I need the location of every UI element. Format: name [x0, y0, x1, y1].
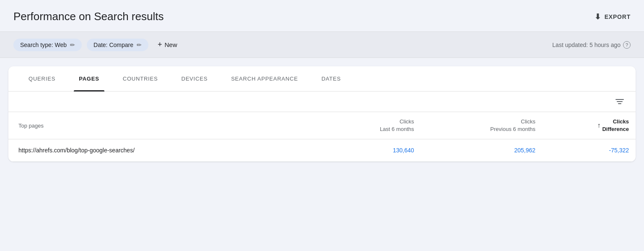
edit-icon: ✏ [70, 42, 75, 48]
date-compare-label: Date: Compare [93, 42, 133, 48]
filter-line-3 [618, 103, 621, 104]
edit-icon-date: ✏ [137, 42, 142, 48]
cell-clicks-prev: 205,962 [421, 139, 542, 162]
col-header-clicks-diff: ↑ Clicks Difference [542, 112, 636, 139]
tab-dates[interactable]: DATES [310, 66, 353, 91]
clicks-prev-link[interactable]: 205,962 [514, 147, 535, 154]
main-card: QUERIES PAGES COUNTRIES DEVICES SEARCH A… [8, 66, 636, 162]
filter-line-1 [615, 99, 624, 100]
tab-queries[interactable]: QUERIES [17, 66, 67, 91]
cell-clicks-last: 130,640 [322, 139, 421, 162]
col-header-clicks-prev: Clicks Previous 6 months [421, 112, 542, 139]
tab-search-appearance[interactable]: SEARCH APPEARANCE [219, 66, 310, 91]
plus-icon: + [158, 40, 162, 49]
export-icon: ⬇ [595, 12, 601, 21]
filter-bar: Search type: Web ✏ Date: Compare ✏ + New… [0, 31, 644, 58]
date-compare-chip[interactable]: Date: Compare ✏ [87, 39, 148, 51]
filter-line-2 [617, 101, 623, 102]
tab-countries[interactable]: COUNTRIES [111, 66, 170, 91]
export-label: EXPORT [605, 13, 631, 20]
cell-clicks-diff: -75,322 [542, 139, 636, 162]
help-icon[interactable]: ? [623, 41, 631, 49]
tab-devices[interactable]: DEVICES [169, 66, 219, 91]
new-label: New [164, 41, 177, 48]
new-filter-button[interactable]: + New [153, 38, 182, 52]
export-button[interactable]: ⬇ EXPORT [595, 12, 631, 21]
page-title: Performance on Search results [13, 10, 164, 23]
filter-rows-button[interactable] [614, 97, 626, 106]
col-header-clicks-last: Clicks Last 6 months [322, 112, 421, 139]
page-header: Performance on Search results ⬇ EXPORT [0, 0, 644, 31]
last-updated-text: Last updated: 5 hours ago [552, 42, 621, 48]
table-controls [8, 92, 636, 112]
sort-arrow-icon: ↑ [597, 122, 600, 129]
tab-pages[interactable]: PAGES [67, 66, 111, 91]
search-type-label: Search type: Web [20, 42, 67, 48]
data-table: Top pages Clicks Last 6 months Clicks Pr… [8, 112, 636, 162]
col-header-page: Top pages [8, 112, 322, 139]
last-updated: Last updated: 5 hours ago ? [552, 41, 631, 49]
clicks-last-link[interactable]: 130,640 [393, 147, 414, 154]
table-row: https://ahrefs.com/blog/top-google-searc… [8, 139, 636, 162]
tabs-bar: QUERIES PAGES COUNTRIES DEVICES SEARCH A… [8, 66, 636, 92]
search-type-chip[interactable]: Search type: Web ✏ [13, 39, 82, 51]
table-header-row: Top pages Clicks Last 6 months Clicks Pr… [8, 112, 636, 139]
cell-page-url: https://ahrefs.com/blog/top-google-searc… [8, 139, 322, 162]
